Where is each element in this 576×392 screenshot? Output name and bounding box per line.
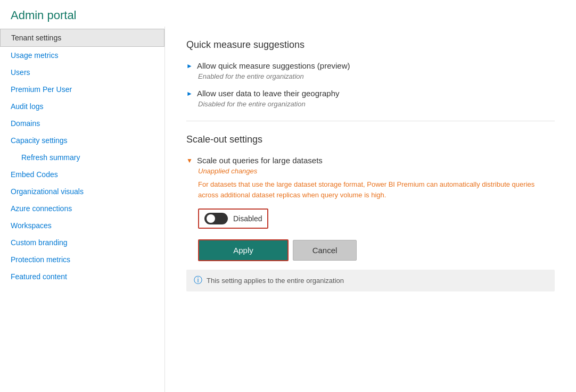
sidebar-item-capacity-settings[interactable]: Capacity settings [0,132,164,149]
chevron-right-icon-1[interactable]: ► [186,62,193,70]
main-content: Tenant settingsUsage metricsUsersPremium… [0,27,576,392]
scale-out-title: Scale-out settings [186,134,555,145]
sidebar-item-custom-branding[interactable]: Custom branding [0,234,164,251]
setting-header-1: ► Allow quick measure suggestions (previ… [186,61,555,70]
chevron-down-icon[interactable]: ▼ [186,157,193,164]
scale-out-toggle[interactable] [204,213,228,224]
button-row: Apply Cancel [198,239,555,261]
scale-out-setting: ▼ Scale out queries for large datasets U… [186,156,555,291]
header: Admin portal [0,0,576,27]
setting-status-2: Disabled for the entire organization [198,100,555,108]
info-icon: ⓘ [194,275,202,286]
quick-measure-title: Quick measure suggestions [186,39,555,51]
sidebar-item-workspaces[interactable]: Workspaces [0,217,164,234]
unapplied-changes-label: Unapplied changes [198,167,555,175]
sidebar-item-tenant-settings[interactable]: Tenant settings [0,29,164,47]
sidebar-item-embed-codes[interactable]: Embed Codes [0,166,164,183]
sidebar-item-organizational-visuals[interactable]: Organizational visuals [0,183,164,200]
toggle-label: Disabled [233,214,262,223]
setting-name-1: Allow quick measure suggestions (preview… [197,61,350,70]
app-title: Admin portal [11,9,565,22]
sidebar-item-audit-logs[interactable]: Audit logs [0,98,164,115]
sidebar-item-premium-per-user[interactable]: Premium Per User [0,81,164,98]
main-panel: Quick measure suggestions ► Allow quick … [165,27,576,392]
sidebar-item-azure-connections[interactable]: Azure connections [0,200,164,217]
sidebar-item-users[interactable]: Users [0,64,164,81]
section-divider [186,121,555,121]
setting-status-1: Enabled for the entire organization [198,72,555,80]
setting-allow-quick-measure: ► Allow quick measure suggestions (previ… [186,61,555,80]
info-text: This setting applies to the entire organ… [207,277,344,285]
scale-out-header: ▼ Scale out queries for large datasets [186,156,555,165]
setting-name-2: Allow user data to leave their geography [197,89,340,98]
sidebar: Tenant settingsUsage metricsUsersPremium… [0,27,165,392]
sidebar-item-featured-content[interactable]: Featured content [0,268,164,285]
setting-allow-user-data: ► Allow user data to leave their geograp… [186,89,555,108]
sidebar-item-domains[interactable]: Domains [0,115,164,132]
cancel-button[interactable]: Cancel [293,240,357,261]
scale-out-name: Scale out queries for large datasets [197,156,323,165]
scale-out-description: For datasets that use the large dataset … [198,179,555,200]
toggle-wrapper: Disabled [198,208,268,229]
info-box: ⓘ This setting applies to the entire org… [186,270,555,291]
sidebar-item-usage-metrics[interactable]: Usage metrics [0,47,164,64]
apply-button[interactable]: Apply [198,239,289,261]
sidebar-item-protection-metrics[interactable]: Protection metrics [0,251,164,268]
chevron-right-icon-2[interactable]: ► [186,90,193,97]
setting-header-2: ► Allow user data to leave their geograp… [186,89,555,98]
app-container: Admin portal Tenant settingsUsage metric… [0,0,576,392]
sidebar-item-refresh-summary[interactable]: Refresh summary [0,149,164,166]
